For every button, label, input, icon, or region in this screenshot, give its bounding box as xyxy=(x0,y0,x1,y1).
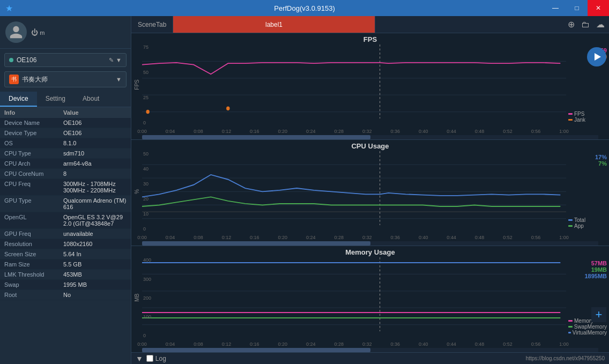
folder-icon[interactable]: 🗀 xyxy=(581,20,590,29)
col-value: Value xyxy=(63,109,79,116)
maximize-button[interactable]: □ xyxy=(566,0,588,16)
x-tick: 0:48 xyxy=(475,129,485,134)
x-tick: 0:32 xyxy=(362,235,372,240)
x-tick: 0:36 xyxy=(390,341,400,347)
profile-section: ⏻ m xyxy=(0,16,131,49)
x-tick: 0:56 xyxy=(531,235,541,240)
fps-x-axis: 0:000:040:080:120:160:200:240:280:320:36… xyxy=(142,125,564,135)
x-tick: 0:48 xyxy=(475,341,485,347)
cpu-scrollbar[interactable] xyxy=(142,241,598,246)
edit-icon[interactable]: ✎ xyxy=(109,57,114,64)
cloud-icon[interactable]: ☁ xyxy=(596,19,605,29)
app-selector[interactable]: 书 书奏大师 ▼ xyxy=(4,71,127,87)
fps-y-label: FPS xyxy=(131,44,142,125)
x-tick: 0:08 xyxy=(194,235,203,240)
power-icon[interactable]: ⏻ xyxy=(31,28,38,36)
col-info: Info xyxy=(4,109,63,116)
memory-chart-title: Memory Usage xyxy=(131,246,609,257)
x-tick: 0:00 xyxy=(137,341,147,347)
x-tick: 0:32 xyxy=(362,129,372,134)
scene-tab-label[interactable]: SceneTab xyxy=(131,16,173,33)
x-tick: 0:36 xyxy=(390,129,400,134)
bottom-url: https://blog.csdn.net/x947955250 xyxy=(526,355,605,361)
info-row: Resolution1080x2160 xyxy=(0,239,131,249)
cpu-legend-total: Total xyxy=(568,217,607,223)
info-row: Swap1995 MB xyxy=(0,280,131,290)
x-tick: 0:00 xyxy=(137,129,147,134)
x-tick: 0:08 xyxy=(194,341,203,347)
info-row: Ram Size5.5 GB xyxy=(0,259,131,270)
fps-legend-fps: FPS xyxy=(568,111,607,117)
x-tick: 0:52 xyxy=(503,341,513,347)
mem-legend-swap: SwapMemory xyxy=(568,324,607,330)
mem-val2: 19MB xyxy=(568,266,607,273)
tab-setting[interactable]: Setting xyxy=(37,92,74,107)
top-icons: ⊕ 🗀 ☁ xyxy=(563,19,609,29)
x-tick: 0:16 xyxy=(250,129,259,134)
window-controls: — □ ✕ xyxy=(545,0,609,16)
sidebar: ⏻ m OE106 ✎ ▼ 书 书奏大师 ▼ Device Setting Ab… xyxy=(0,16,131,364)
info-row: Screen Size5.64 In xyxy=(0,249,131,259)
titlebar: ★ PerfDog(v3.0.9153) — □ ✕ xyxy=(0,0,609,16)
scene-active-label[interactable]: label1 xyxy=(173,16,375,33)
memory-y-label: MB xyxy=(131,257,142,338)
info-row: Device TypeOE106 xyxy=(0,128,131,138)
info-table: Info Value Device NameOE106Device TypeOE… xyxy=(0,107,131,364)
x-tick: 0:44 xyxy=(447,129,456,134)
x-tick: 0:52 xyxy=(503,235,513,240)
memory-scrollbar[interactable] xyxy=(142,348,598,352)
cpu-legend: 17% 7% Total App xyxy=(566,151,609,232)
x-tick: 0:44 xyxy=(447,235,456,240)
info-row: Device NameOE106 xyxy=(0,118,131,128)
x-tick: 0:24 xyxy=(306,341,316,347)
x-tick: 0:20 xyxy=(278,235,288,240)
play-button[interactable] xyxy=(587,47,606,66)
x-tick: 1:00 xyxy=(559,235,569,240)
cpu-chart-title: CPU Usage xyxy=(131,140,609,151)
mem-val1: 57MB xyxy=(568,260,607,266)
collapse-icon[interactable]: ▼ xyxy=(136,354,143,363)
tab-device[interactable]: Device xyxy=(0,92,37,107)
memory-chart-panel: Memory Usage MB xyxy=(131,246,609,352)
x-tick: 0:56 xyxy=(531,129,541,134)
mem-val3: 1895MB xyxy=(568,273,607,279)
title-icon: ★ xyxy=(5,3,13,13)
info-row: OS8.1.0 xyxy=(0,138,131,148)
x-tick: 0:36 xyxy=(390,235,400,240)
x-tick: 0:28 xyxy=(335,341,344,347)
x-tick: 0:24 xyxy=(306,129,316,134)
target-icon[interactable]: ⊕ xyxy=(568,19,575,29)
x-tick: 0:12 xyxy=(222,129,232,134)
cpu-val1: 17% xyxy=(568,154,607,160)
x-tick: 1:00 xyxy=(559,341,569,347)
x-tick: 0:48 xyxy=(475,235,485,240)
info-row: CPU Archarm64-v8a xyxy=(0,159,131,169)
device-connected-dot xyxy=(9,58,13,62)
x-tick: 0:12 xyxy=(222,341,232,347)
minimize-button[interactable]: — xyxy=(545,0,566,16)
info-row: CPU Freq300MHz - 1708MHz300MHz - 2208MHz xyxy=(0,179,131,196)
fps-chart-title: FPS xyxy=(131,33,609,44)
x-tick: 0:00 xyxy=(137,235,147,240)
add-chart-button[interactable]: + xyxy=(591,307,606,322)
cpu-x-axis: 0:000:040:080:120:160:200:240:280:320:36… xyxy=(142,232,564,241)
x-tick: 0:04 xyxy=(166,341,175,347)
x-tick: 0:28 xyxy=(335,129,344,134)
info-row: GPU Frequnavailable xyxy=(0,229,131,239)
cpu-val2: 7% xyxy=(568,160,607,167)
close-button[interactable]: ✕ xyxy=(588,0,609,16)
x-tick: 0:04 xyxy=(166,235,175,240)
cpu-chart-body: % xyxy=(131,151,609,232)
x-tick: 0:32 xyxy=(362,341,372,347)
cpu-y-label: % xyxy=(131,151,142,232)
tab-about[interactable]: About xyxy=(74,92,108,107)
fps-scrollbar[interactable] xyxy=(142,135,598,139)
x-tick: 0:44 xyxy=(447,341,456,347)
memory-x-axis: 0:000:040:080:120:160:200:240:280:320:36… xyxy=(142,338,564,348)
app-chevron-icon: ▼ xyxy=(116,76,122,83)
device-selector[interactable]: OE106 ✎ ▼ xyxy=(4,53,127,67)
cpu-chart-area: 50403020100 xyxy=(142,151,566,232)
x-tick: 0:20 xyxy=(278,341,288,347)
log-checkbox[interactable] xyxy=(146,355,153,362)
info-row: RootNo xyxy=(0,290,131,300)
